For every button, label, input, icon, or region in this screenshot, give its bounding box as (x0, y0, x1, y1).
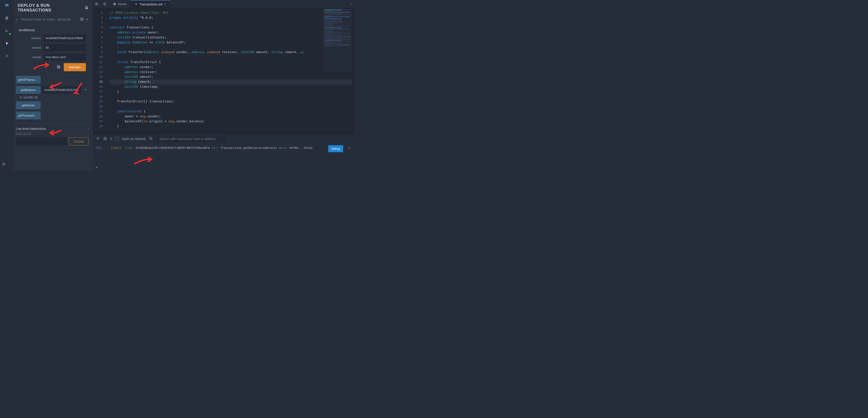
debug-button[interactable]: Debug (328, 145, 343, 152)
settings-icon[interactable] (0, 161, 7, 168)
editor-area: Home Transactions.sol × ↔ 12345678910111… (93, 0, 354, 171)
svg-rect-2 (86, 6, 88, 7)
plugin-icon[interactable] (3, 53, 10, 60)
logo-icon[interactable] (3, 2, 10, 9)
code-content[interactable]: // SPDX-License-Identifier: MITpragma so… (106, 8, 354, 134)
svg-rect-3 (86, 7, 88, 8)
zoom-out-icon[interactable] (101, 0, 109, 8)
param-row: receiver: (25, 35, 86, 42)
low-level-section: Low level interactions i CALLDATA Transa… (16, 123, 89, 145)
log-badge: CALL (96, 147, 102, 149)
function-name: sendMoney (19, 28, 35, 32)
param-input[interactable] (43, 44, 86, 51)
terminal-toolbar: 0 listen on network (93, 134, 354, 144)
param-label: receiver: (25, 37, 41, 40)
expand-icon[interactable] (83, 87, 89, 93)
param-input[interactable] (43, 54, 86, 61)
compiler-icon[interactable] (3, 27, 10, 34)
terminal-clear-icon[interactable] (103, 137, 107, 141)
get-transaction-count-button[interactable]: getTransactio… (16, 112, 41, 119)
tab-home-label: Home (118, 2, 126, 6)
svg-point-0 (6, 4, 7, 5)
get-balance-input[interactable] (42, 86, 81, 94)
svg-rect-5 (81, 18, 83, 20)
param-row: amount: (25, 44, 86, 51)
svg-rect-7 (57, 66, 59, 68)
terminal-prompt[interactable]: > (96, 166, 98, 169)
listen-label: listen on network (122, 137, 146, 141)
tab-home[interactable]: Home (109, 0, 130, 8)
copy-icon[interactable] (80, 17, 84, 22)
svg-rect-4 (81, 19, 83, 21)
info-icon[interactable]: i (88, 127, 89, 130)
log-expand-icon[interactable] (347, 146, 351, 151)
deploy-panel: DEPLOY & RUN TRANSACTIONS ▾ TRANSACTIONS… (13, 0, 93, 171)
minimap[interactable] (323, 8, 352, 72)
svg-rect-6 (58, 66, 60, 68)
tab-transactions[interactable]: Transactions.sol × (130, 0, 170, 8)
tab-file-label: Transactions.sol (140, 2, 162, 6)
send-money-card: sendMoney ˄ receiver:amount:remark: tran… (16, 26, 89, 73)
icon-sidebar (0, 0, 13, 171)
get-balance-button[interactable]: getBalance (16, 86, 41, 94)
log-text: [call] from: 0x5B38Da6a701c568545dCfcB03… (111, 146, 312, 150)
tab-close-icon[interactable]: × (164, 2, 166, 6)
calldata-input[interactable] (16, 137, 67, 145)
line-gutter: 123456789101112131415161718192021222324 (93, 8, 106, 134)
files-icon[interactable] (3, 14, 10, 22)
collapse-icon[interactable]: ˄ (84, 29, 86, 32)
terminal-content: CALL [call] from: 0x5B38Da6a701c568545dC… (93, 144, 354, 171)
close-icon[interactable]: × (86, 17, 88, 22)
terminal-search-input[interactable] (156, 135, 226, 143)
get-balance-return: 0: uint256: 80 (20, 96, 89, 99)
code-editor[interactable]: 123456789101112131415161718192021222324 … (93, 8, 354, 134)
svg-point-11 (114, 3, 115, 4)
low-level-title: Low level interactions (16, 127, 46, 130)
param-input[interactable] (43, 35, 86, 42)
panel-title: DEPLOY & RUN TRANSACTIONS (18, 3, 85, 13)
compiler-status-dot (8, 33, 11, 35)
panel-docs-icon[interactable] (85, 6, 89, 10)
deployed-contract-row[interactable]: ▾ TRANSACTIONS AT 0XD91…39138 (ME… × (16, 16, 89, 23)
svg-point-13 (150, 137, 152, 139)
search-icon[interactable] (149, 137, 153, 141)
log-line[interactable]: CALL [call] from: 0x5B38Da6a701c568545dC… (96, 146, 351, 150)
pending-count: 0 (110, 137, 112, 141)
param-row: remark: (25, 54, 86, 61)
expand-editor-icon[interactable]: ↔ (350, 2, 352, 6)
editor-topbar: Home Transactions.sol × ↔ (93, 0, 354, 8)
get-owner-button[interactable]: getOwner (16, 101, 41, 109)
terminal-collapse-icon[interactable] (96, 137, 100, 141)
transact-button[interactable]: transact (64, 63, 86, 71)
terminal: 0 listen on network CALL [call] from: 0x… (93, 134, 354, 171)
copy-params-icon[interactable] (56, 64, 61, 70)
deployed-contract-label: TRANSACTIONS AT 0XD91…39138 (ME… (21, 18, 78, 21)
deploy-icon[interactable] (3, 40, 10, 47)
low-level-transact-button[interactable]: Transact (69, 137, 89, 145)
panel-header: DEPLOY & RUN TRANSACTIONS (13, 0, 93, 15)
listen-checkbox[interactable] (115, 137, 119, 141)
chevron-down-icon: ▾ (16, 18, 19, 21)
zoom-in-icon[interactable] (93, 0, 101, 8)
param-label: amount: (25, 46, 41, 49)
get-all-transactions-button[interactable]: getAllTransact… (16, 76, 41, 84)
param-label: remark: (25, 56, 41, 59)
calldata-label: CALLDATA (16, 132, 89, 136)
